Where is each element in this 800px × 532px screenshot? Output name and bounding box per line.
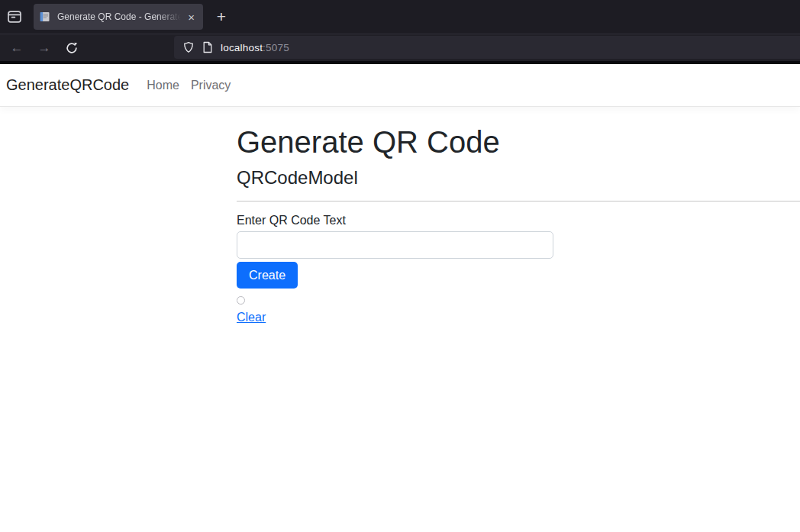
page-info-icon[interactable] <box>202 41 213 53</box>
nav-link-home[interactable]: Home <box>147 79 179 92</box>
web-page: GenerateQRCode Home Privacy Generate QR … <box>0 64 800 532</box>
app-navbar: GenerateQRCode Home Privacy <box>0 64 800 107</box>
qr-text-label: Enter QR Code Text <box>237 214 800 227</box>
nav-link-privacy[interactable]: Privacy <box>191 79 231 92</box>
address-bar[interactable]: localhost:5075 <box>174 36 800 59</box>
url-text: localhost:5075 <box>221 42 289 53</box>
new-tab-button[interactable]: + <box>211 6 232 27</box>
main-content: Generate QR Code QRCodeModel Enter QR Co… <box>0 108 800 532</box>
shield-icon[interactable] <box>182 41 195 53</box>
qr-image-placeholder <box>237 296 245 305</box>
firefox-view-button[interactable] <box>5 7 24 27</box>
page-title: Generate QR Code <box>237 124 800 160</box>
clear-link[interactable]: Clear <box>237 311 266 324</box>
navbar-brand[interactable]: GenerateQRCode <box>6 76 129 94</box>
tab-title: Generate QR Code - GenerateQR <box>57 11 185 22</box>
tab-favicon-document-icon <box>39 11 51 23</box>
browser-titlebar: Generate QR Code - GenerateQR × + <box>0 0 800 34</box>
reload-button[interactable] <box>61 37 82 59</box>
reload-icon <box>65 41 79 55</box>
browser-toolbar: ← → localhost:5075 <box>0 34 800 61</box>
back-button[interactable]: ← <box>6 37 27 59</box>
forward-button[interactable]: → <box>34 37 55 59</box>
url-port: :5075 <box>263 42 289 53</box>
model-name: QRCodeModel <box>237 167 800 189</box>
close-tab-icon[interactable]: × <box>185 10 198 24</box>
divider <box>237 201 800 202</box>
url-host: localhost <box>221 42 263 53</box>
create-button[interactable]: Create <box>237 262 298 289</box>
qr-text-input[interactable] <box>237 231 553 259</box>
firefox-view-icon <box>6 8 23 25</box>
browser-tab[interactable]: Generate QR Code - GenerateQR × <box>34 4 203 30</box>
